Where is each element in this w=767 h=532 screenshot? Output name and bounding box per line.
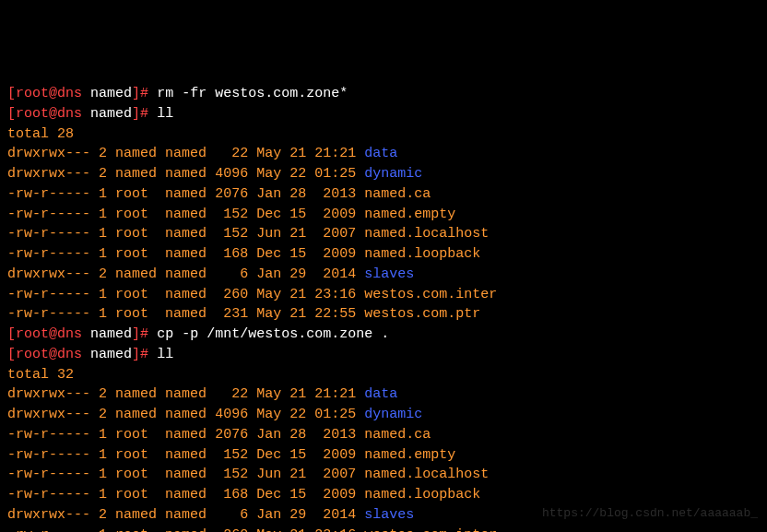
file-size: 4096 <box>215 407 248 422</box>
file-date: Jun 21 2007 <box>256 467 356 482</box>
prompt-host: dns <box>57 326 82 342</box>
file-group: named <box>165 226 206 242</box>
file-date: Dec 15 2009 <box>256 487 356 502</box>
file-perms: -rw-r----- <box>7 467 90 482</box>
file-name: named.loopback <box>364 246 480 262</box>
file-owner: root <box>115 427 157 443</box>
file-owner: named <box>115 507 157 523</box>
file-links: 1 <box>99 487 107 502</box>
file-date: Jan 29 2014 <box>256 266 356 282</box>
file-name: westos.com.ptr <box>364 306 480 322</box>
prompt-dir: named <box>90 86 132 101</box>
file-group: named <box>165 287 206 302</box>
file-owner: named <box>115 407 157 422</box>
file-name: named.loopback <box>364 487 480 502</box>
file-size: 2076 <box>215 186 248 202</box>
file-links: 2 <box>99 407 107 422</box>
file-links: 1 <box>99 287 107 302</box>
file-name: dynamic <box>364 166 422 182</box>
file-name: westos.com.inter <box>364 527 497 533</box>
file-size: 168 <box>215 487 248 502</box>
file-owner: named <box>115 166 157 182</box>
file-size: 152 <box>215 207 248 222</box>
file-size: 4096 <box>215 166 248 182</box>
file-perms: -rw-r----- <box>7 226 90 242</box>
file-owner: root <box>115 186 157 202</box>
file-name: westos.com.inter <box>364 287 497 302</box>
file-name: named.empty <box>364 447 455 463</box>
prompt-user: root <box>16 106 49 122</box>
prompt-hash: # <box>140 347 157 362</box>
file-date: Dec 15 2009 <box>256 207 356 222</box>
prompt-bracket: [ <box>7 347 16 362</box>
file-links: 1 <box>99 447 107 463</box>
file-owner: root <box>115 306 157 322</box>
file-perms: drwxrwx--- <box>7 146 90 161</box>
file-name: slaves <box>364 507 414 523</box>
file-size: 260 <box>215 287 248 302</box>
file-owner: root <box>115 246 157 262</box>
file-group: named <box>165 407 206 422</box>
prompt-host: dns <box>57 106 82 122</box>
file-size: 6 <box>215 507 248 523</box>
command-text: cp -p /mnt/westos.com.zone . <box>157 326 389 342</box>
file-links: 2 <box>99 507 107 523</box>
prompt-user: root <box>16 347 49 362</box>
prompt-bracket: ] <box>132 326 140 342</box>
prompt-hash: # <box>140 86 157 101</box>
prompt-at: @ <box>49 347 57 362</box>
prompt-at: @ <box>49 86 57 101</box>
file-group: named <box>165 507 206 523</box>
file-group: named <box>165 246 206 262</box>
command-text: ll <box>157 347 173 362</box>
file-owner: named <box>115 386 157 402</box>
file-size: 168 <box>215 246 248 262</box>
file-owner: root <box>115 467 157 482</box>
total-line: total 32 <box>7 367 74 383</box>
file-name: dynamic <box>364 407 422 422</box>
file-perms: drwxrwx--- <box>7 507 90 523</box>
file-links: 2 <box>99 146 107 161</box>
file-owner: root <box>115 447 157 463</box>
file-perms: drwxrwx--- <box>7 407 90 422</box>
file-links: 1 <box>99 306 107 322</box>
file-size: 22 <box>215 146 248 161</box>
file-name: data <box>364 146 397 161</box>
file-group: named <box>165 487 206 502</box>
file-links: 2 <box>99 266 107 282</box>
file-date: Jan 28 2013 <box>256 427 356 443</box>
command-text: rm -fr westos.com.zone* <box>157 86 348 101</box>
prompt-dir: named <box>90 326 132 342</box>
file-group: named <box>165 207 206 222</box>
prompt-bracket: [ <box>7 86 16 101</box>
watermark-text: https://blog.csdn.net/aaaaaab_ <box>542 505 758 523</box>
prompt-host: dns <box>57 347 82 362</box>
prompt-user: root <box>16 326 49 342</box>
file-name: named.localhost <box>364 467 489 482</box>
file-date: Jan 29 2014 <box>256 507 356 523</box>
file-size: 152 <box>215 226 248 242</box>
file-perms: -rw-r----- <box>7 246 90 262</box>
terminal-output[interactable]: [root@dns named]# rm -fr westos.com.zone… <box>7 84 760 532</box>
file-group: named <box>165 266 206 282</box>
prompt-bracket: ] <box>132 347 140 362</box>
file-owner: root <box>115 287 157 302</box>
file-group: named <box>165 146 206 161</box>
file-date: May 22 01:25 <box>256 166 356 182</box>
file-perms: -rw-r----- <box>7 447 90 463</box>
file-date: Dec 15 2009 <box>256 447 356 463</box>
file-group: named <box>165 527 206 533</box>
file-links: 1 <box>99 226 107 242</box>
file-perms: drwxrwx--- <box>7 386 90 402</box>
file-perms: -rw-r----- <box>7 287 90 302</box>
file-group: named <box>165 386 206 402</box>
prompt-hash: # <box>140 326 157 342</box>
prompt-dir: named <box>90 347 132 362</box>
file-date: Dec 15 2009 <box>256 246 356 262</box>
prompt-bracket: ] <box>132 86 140 101</box>
file-perms: drwxrwx--- <box>7 266 90 282</box>
file-links: 2 <box>99 386 107 402</box>
prompt-host: dns <box>57 86 82 101</box>
file-owner: root <box>115 226 157 242</box>
prompt-user: root <box>16 86 49 101</box>
